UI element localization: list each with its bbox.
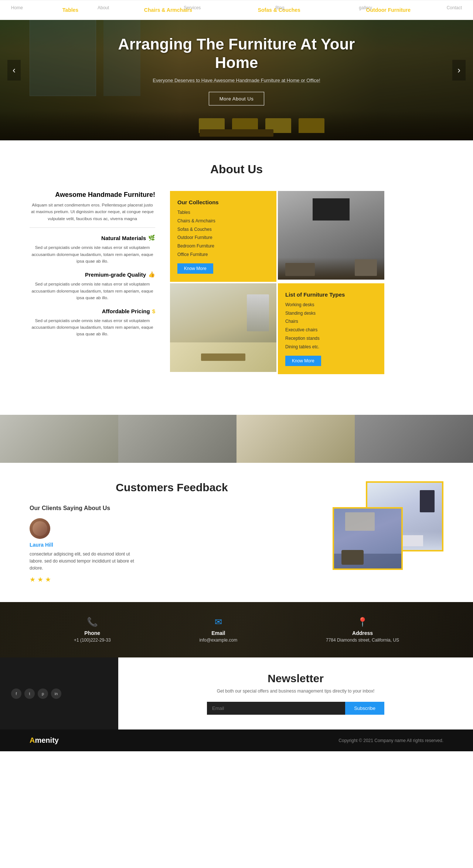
about-left: Awesome Handmade Furniture! Aliquam sit … <box>30 191 155 344</box>
list-item: Sofas & Couches <box>177 225 269 234</box>
address-value: 7784 Diamonds street, California, US <box>326 638 399 643</box>
reviewer-stars: ★ ★ ★ <box>30 575 314 584</box>
feature1-text: Aliquam sit amet condimentum eros. Pelle… <box>30 202 155 222</box>
list-item: Working desks <box>285 301 377 309</box>
about-spacer <box>0 385 473 415</box>
feature2-title: Natural Materials 🌿 <box>30 235 155 241</box>
gallery-item-3[interactable] <box>236 415 355 463</box>
room-image-1 <box>278 191 384 280</box>
footer-link-home[interactable]: Home <box>11 5 23 10</box>
newsletter-form: Subscribe <box>207 702 384 715</box>
list-item: Executive chairs <box>285 326 377 334</box>
reviewer-name: Laura Hill <box>30 542 314 548</box>
pricing-icon: $ <box>152 308 155 314</box>
footer-copyright: Copyright © 2021 Company name All rights… <box>338 738 443 743</box>
phone-label: Phone <box>74 630 111 636</box>
social-facebook-button[interactable]: f <box>11 688 21 699</box>
about-title: About Us <box>30 163 443 176</box>
footer-logo: Amenity <box>30 736 59 745</box>
contact-phone: 📞 Phone +1 (100)222-29-33 <box>74 617 111 643</box>
contact-address: 📍 Address 7784 Diamonds street, Californ… <box>326 617 399 643</box>
newsletter-email-input[interactable] <box>207 702 345 715</box>
reviewer-text: consectetur adipiscing elit, sed do eius… <box>30 551 140 572</box>
list-item: Reception stands <box>285 334 377 343</box>
footer: Home About Services Blog gallery Contact… <box>0 657 473 751</box>
footer-left: Home About Services Blog gallery Contact… <box>0 657 118 729</box>
about-feature-3: Premium-grade Quality 👍 Sed ut perspicia… <box>30 271 155 301</box>
feature4-text: Sed ut perspiciatis unde omnis iste natu… <box>30 317 155 338</box>
footer-social: f t p in <box>11 688 107 699</box>
contact-strip: 📞 Phone +1 (100)222-29-33 ✉ Email info@e… <box>0 602 473 657</box>
feature2-text: Sed ut perspiciatis unde omnis iste natu… <box>30 244 155 264</box>
hero-content: Arranging The Furniture At Your Home Eve… <box>111 35 362 106</box>
email-label: Email <box>199 630 237 636</box>
email-value: info@example.com <box>199 638 237 643</box>
feedback-images <box>333 481 443 570</box>
feedback-image-2 <box>333 507 403 570</box>
newsletter-section: Newsletter Get both our special offers a… <box>118 657 473 729</box>
footer-logo-accent: A <box>30 736 35 744</box>
newsletter-title: Newsletter <box>268 672 324 685</box>
footer-link-about[interactable]: About <box>98 5 109 10</box>
furniture-types-card: List of Furniture Types Working desks St… <box>278 283 384 374</box>
list-item: Outdoor Furniture <box>177 233 269 242</box>
reviewer-avatar <box>30 518 50 539</box>
list-item: Chairs <box>285 317 377 326</box>
footer-logo-text: menity <box>35 736 58 744</box>
about-feature-1: Awesome Handmade Furniture! Aliquam sit … <box>30 191 155 228</box>
footer-link-blog[interactable]: Blog <box>275 5 284 10</box>
hero-cta-button[interactable]: More About Us <box>209 92 265 105</box>
footer-nav: Home About Services Blog gallery Contact <box>0 0 473 16</box>
newsletter-subtitle: Get both our special offers and business… <box>217 688 375 694</box>
furniture-types-know-more-button[interactable]: Know More <box>285 356 321 366</box>
feedback-left: Customers Feedback Our Clients Saying Ab… <box>30 481 314 584</box>
collections-list: Tables Chairs & Armchairs Sofas & Couche… <box>177 208 269 259</box>
phone-value: +1 (100)222-29-33 <box>74 638 111 643</box>
hero-title: Arranging The Furniture At Your Home <box>111 35 362 72</box>
list-item: Tables <box>177 208 269 217</box>
social-pinterest-button[interactable]: p <box>38 688 48 699</box>
address-icon: 📍 <box>326 617 399 627</box>
gallery-item-1[interactable] <box>0 415 118 463</box>
address-label: Address <box>326 630 399 636</box>
feedback-title: Customers Feedback <box>30 481 314 494</box>
quality-icon: 👍 <box>148 271 155 278</box>
furniture-types-list: Working desks Standing desks Chairs Exec… <box>285 301 377 351</box>
collections-title: Our Collections <box>177 199 269 205</box>
feedback-section: Customers Feedback Our Clients Saying Ab… <box>0 463 473 602</box>
collections-know-more-button[interactable]: Know More <box>177 263 213 274</box>
hero-arrow-left[interactable]: ‹ <box>7 60 21 81</box>
feature1-title: Awesome Handmade Furniture! <box>30 191 155 199</box>
email-icon: ✉ <box>199 617 237 627</box>
list-item: Bedroom Furniture <box>177 242 269 250</box>
collections-card: Our Collections Tables Chairs & Armchair… <box>170 191 276 282</box>
list-item: Dining tables etc. <box>285 343 377 351</box>
footer-link-contact[interactable]: Contact <box>447 5 462 10</box>
about-right: Our Collections Tables Chairs & Armchair… <box>170 191 384 374</box>
footer-top: Home About Services Blog gallery Contact… <box>0 657 473 729</box>
social-linkedin-button[interactable]: in <box>51 688 61 699</box>
list-item: Chairs & Armchairs <box>177 217 269 225</box>
about-section: About Us Awesome Handmade Furniture! Ali… <box>0 140 473 385</box>
phone-icon: 📞 <box>74 617 111 627</box>
gallery-item-4[interactable] <box>355 415 473 463</box>
hero-arrow-right[interactable]: › <box>452 60 466 81</box>
about-grid: Awesome Handmade Furniture! Aliquam sit … <box>30 191 443 374</box>
feature3-title: Premium-grade Quality 👍 <box>30 271 155 278</box>
about-feature-4: Affordable Pricing $ Sed ut perspiciatis… <box>30 308 155 338</box>
furniture-types-title: List of Furniture Types <box>285 291 377 298</box>
gallery-item-2[interactable] <box>118 415 236 463</box>
list-item: Office Furniture <box>177 250 269 259</box>
feature4-title: Affordable Pricing $ <box>30 308 155 314</box>
footer-link-services[interactable]: Services <box>184 5 201 10</box>
social-twitter-button[interactable]: t <box>24 688 35 699</box>
list-item: Standing desks <box>285 309 377 318</box>
newsletter-subscribe-button[interactable]: Subscribe <box>345 702 384 715</box>
footer-bottom: Amenity Copyright © 2021 Company name Al… <box>0 729 473 751</box>
hero-subtitle: Everyone Deserves to Have Awesome Handma… <box>111 77 362 83</box>
room-image-2 <box>170 283 276 372</box>
about-feature-2: Natural Materials 🌿 Sed ut perspiciatis … <box>30 235 155 264</box>
feedback-subtitle: Our Clients Saying About Us <box>30 505 314 512</box>
footer-link-gallery[interactable]: gallery <box>359 5 372 10</box>
product-gallery <box>0 415 473 463</box>
